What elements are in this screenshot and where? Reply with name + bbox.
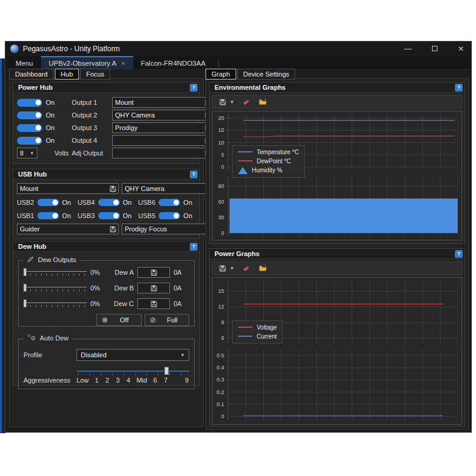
environmental-legend: Temperature °C DewPoint °C Humidity %	[232, 145, 305, 178]
main-tab-bar: Menu UPBv2-Observatory A × Falcon-FR4NDO…	[5, 56, 471, 70]
usb1-toggle[interactable]	[37, 212, 59, 219]
dew-off-button[interactable]: ⊗Off	[96, 314, 142, 326]
aggressiveness-slider[interactable]	[77, 367, 189, 375]
usb-name-input[interactable]	[17, 225, 108, 233]
tab-falcon[interactable]: Falcon-FR4NDO3AA	[133, 56, 213, 69]
output4-toggle[interactable]	[17, 137, 42, 145]
output4-name-input[interactable]	[113, 137, 203, 144]
dew-c-slider[interactable]	[23, 299, 87, 308]
minimize-button[interactable]: —	[404, 45, 412, 53]
graph-page: Environmental Graphs ? ▼ 20151050 Temper…	[205, 78, 469, 430]
y-axis-ticks: 9060300	[213, 176, 227, 236]
save-icon[interactable]	[108, 224, 118, 234]
dew-c-amps: 0A	[174, 300, 189, 307]
usb2-toggle[interactable]	[37, 199, 59, 206]
help-icon[interactable]: ?	[455, 250, 463, 258]
save-icon[interactable]	[149, 299, 159, 308]
volts-select[interactable]: 8▼	[17, 148, 37, 158]
tab-focus[interactable]: Focus	[80, 69, 110, 80]
steam-fan-icon	[27, 334, 36, 342]
usb-name-input[interactable]	[122, 185, 213, 192]
dew-b-label: Dew B	[110, 284, 134, 292]
usb-field-4	[17, 224, 119, 234]
usb-name-input[interactable]	[17, 185, 108, 192]
dew-full-button[interactable]: ⊘Full	[145, 314, 190, 326]
output3-field	[112, 122, 214, 133]
help-icon[interactable]: ?	[190, 243, 198, 251]
left-tab-strip: Dashboard Hub Focus	[9, 69, 111, 80]
output1-label: Output 1	[72, 99, 109, 106]
help-icon[interactable]: ?	[455, 84, 463, 92]
power-output-row: On Output 1 0A	[17, 97, 196, 107]
usb-hub-title: USB Hub	[18, 171, 47, 178]
current-chart: 0.50.40.30.20.10	[213, 347, 462, 424]
auto-dew-slider-thumb[interactable]	[164, 367, 169, 375]
y-axis-ticks: 0.50.40.30.20.10	[213, 350, 227, 421]
adj-output-input[interactable]	[113, 149, 203, 157]
open-graph-button[interactable]	[258, 98, 268, 106]
chevron-down-icon: ▼	[230, 266, 234, 271]
tab-dashboard[interactable]: Dashboard	[9, 69, 54, 80]
dew-c-field	[137, 298, 170, 309]
clear-graph-button[interactable]	[242, 264, 251, 272]
power-graphs-panel: Power Graphs ? ▼ 151296 Voltage Current	[209, 248, 465, 427]
tab-close-icon[interactable]: ×	[121, 60, 125, 67]
output1-name-input[interactable]	[113, 99, 203, 106]
output3-name-input[interactable]	[113, 124, 203, 131]
hub-page: Power Hub ? On Output 1 0A On Output 2 0…	[9, 78, 204, 427]
output3-label: Output 3	[72, 124, 109, 131]
voltage-chart: 151296 Voltage Current	[213, 278, 462, 347]
open-graph-button[interactable]	[258, 264, 268, 272]
dew-b-amps: 0A	[174, 284, 189, 292]
help-icon[interactable]: ?	[190, 84, 198, 92]
dew-a-percent: 0%	[90, 269, 106, 276]
usb5-toggle[interactable]	[158, 212, 180, 219]
usb4-toggle[interactable]	[98, 199, 120, 206]
usb6-toggle[interactable]	[158, 199, 180, 206]
maximize-button[interactable]	[430, 45, 439, 53]
slider-thumb[interactable]	[23, 284, 27, 292]
dew-a-field	[137, 267, 170, 278]
chevron-down-icon: ▼	[230, 99, 234, 105]
dew-c-label: Dew C	[110, 300, 134, 307]
help-icon[interactable]: ?	[190, 171, 198, 178]
save-graph-button[interactable]: ▼	[218, 98, 234, 106]
tab-hub[interactable]: Hub	[55, 69, 79, 80]
tab-separator	[218, 58, 219, 67]
output1-toggle[interactable]	[17, 99, 42, 107]
circle-slash-icon: ⊘	[150, 316, 156, 324]
usb3-toggle[interactable]	[98, 212, 120, 219]
profile-dropdown[interactable]: Disabled▼	[77, 349, 189, 361]
chevron-down-icon: ▼	[180, 352, 185, 358]
humidity-plot	[228, 176, 458, 236]
save-icon[interactable]	[149, 268, 159, 277]
tab-device-settings[interactable]: Device Settings	[237, 69, 295, 80]
slider-thumb[interactable]	[23, 268, 27, 276]
close-button[interactable]: ✕	[457, 45, 465, 53]
tab-upbv2-observatory[interactable]: UPBv2-Observatory A ×	[41, 56, 133, 69]
output3-toggle[interactable]	[17, 124, 42, 132]
output2-toggle[interactable]	[17, 111, 42, 119]
temperature-plot: Temperature °C DewPoint °C Humidity %	[228, 114, 458, 169]
open-folder-icon	[258, 264, 268, 272]
titlebar: PegasusAstro - Unity Platform — ✕	[5, 42, 471, 56]
output2-name-input[interactable]	[113, 111, 203, 119]
aggressiveness-scale: Low1234Mid679	[77, 377, 189, 384]
save-graph-button[interactable]: ▼	[218, 265, 234, 272]
usb-name-input[interactable]	[122, 225, 213, 233]
unity-platform-window: PegasusAstro - Unity Platform — ✕ Menu U…	[5, 41, 472, 433]
power-toolbar: ▼	[212, 261, 462, 275]
dew-c-percent: 0%	[90, 300, 106, 307]
profile-label: Profile	[23, 351, 74, 359]
tab-graph[interactable]: Graph	[205, 69, 236, 80]
save-icon[interactable]	[149, 283, 159, 293]
eraser-icon	[242, 264, 251, 272]
feather-icon	[27, 255, 34, 263]
tab-menu[interactable]: Menu	[8, 56, 41, 69]
circle-x-icon: ⊗	[102, 316, 108, 324]
save-icon[interactable]	[108, 184, 118, 193]
slider-thumb[interactable]	[23, 299, 27, 307]
dew-a-slider[interactable]	[23, 268, 87, 277]
dew-b-slider[interactable]	[23, 284, 87, 293]
clear-graph-button[interactable]	[242, 98, 251, 106]
